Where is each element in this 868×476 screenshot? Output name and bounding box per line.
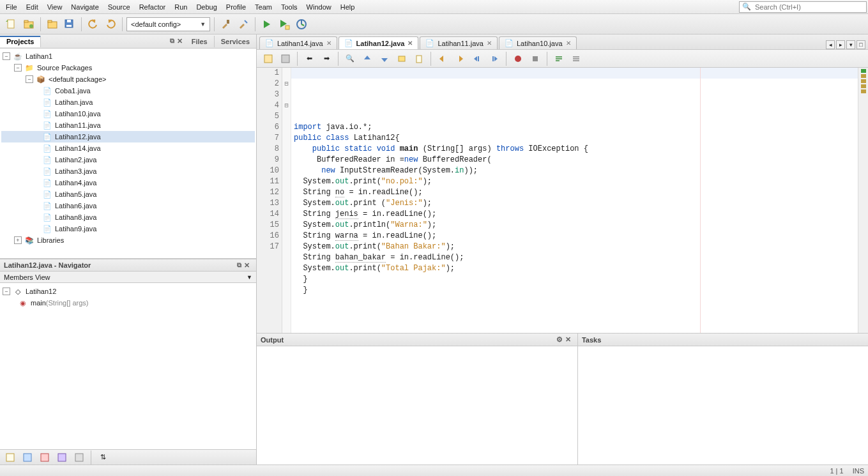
tree-file-item[interactable]: 📄Latihan4.java: [1, 177, 255, 188]
code-editor[interactable]: 1234567891011121314151617 ⊟ ⊟ import jav…: [257, 68, 868, 334]
search-input[interactable]: [754, 3, 864, 12]
tab-files-label: Files: [192, 38, 208, 45]
global-search[interactable]: 🔍: [739, 1, 867, 13]
shift-right-button[interactable]: [487, 51, 502, 66]
tab-services[interactable]: Services: [215, 36, 256, 47]
close-tab-icon[interactable]: ✕: [326, 40, 331, 47]
uncomment-button[interactable]: [568, 51, 584, 66]
new-project-button[interactable]: [21, 17, 36, 32]
back-button[interactable]: ⬅: [301, 51, 317, 66]
editor-scrollbar[interactable]: [858, 68, 868, 333]
filter-1-button[interactable]: [3, 450, 18, 465]
menu-run[interactable]: Run: [170, 2, 192, 12]
menu-file[interactable]: File: [1, 2, 22, 12]
prev-occurrence-button[interactable]: [360, 51, 375, 66]
filter-3-button[interactable]: [37, 450, 52, 465]
macro-stop-button[interactable]: [528, 51, 543, 66]
tree-file-item[interactable]: 📄Latihan5.java: [1, 188, 255, 200]
next-bookmark-button[interactable]: [452, 51, 468, 66]
tree-libraries[interactable]: + 📚 Libraries: [1, 234, 255, 246]
macro-record-button[interactable]: [510, 51, 526, 66]
run-button[interactable]: [259, 17, 275, 32]
sort-button[interactable]: ⇅: [95, 450, 110, 465]
history-button[interactable]: [278, 51, 293, 66]
menu-navigate[interactable]: Navigate: [66, 2, 103, 12]
menu-team[interactable]: Team: [250, 2, 277, 12]
forward-button[interactable]: ➡: [319, 51, 334, 66]
tree-default-package[interactable]: − 📦 <default package>: [1, 73, 255, 85]
tree-file-item[interactable]: 📄Latihan3.java: [1, 165, 255, 177]
project-tree[interactable]: − ☕ Latihan1 − 📁 Source Packages − 📦 <de…: [0, 49, 256, 259]
editor-tab[interactable]: 📄Latihan11.java✕: [420, 36, 498, 49]
filter-5-button[interactable]: [72, 450, 87, 465]
menu-profile[interactable]: Profile: [222, 2, 250, 12]
open-button[interactable]: [45, 17, 60, 32]
menu-tools[interactable]: Tools: [277, 2, 302, 12]
tree-file-item[interactable]: 📄Latihan6.java: [1, 200, 255, 211]
editor-tab[interactable]: 📄Latihan10.java✕: [499, 36, 577, 49]
highlight-button[interactable]: [394, 51, 409, 66]
profile-button[interactable]: [294, 17, 309, 32]
tree-file-item[interactable]: 📄Latihan9.java: [1, 223, 255, 234]
tab-projects[interactable]: Projects: [0, 36, 41, 47]
tree-file-item[interactable]: 📄Latihan11.java: [1, 119, 255, 131]
output-content[interactable]: [257, 346, 577, 464]
tab-list-button[interactable]: ▾: [846, 40, 855, 49]
tree-file-item[interactable]: 📄Latihan12.java: [1, 131, 255, 142]
tree-source-packages[interactable]: − 📁 Source Packages: [1, 62, 255, 73]
shift-left-button[interactable]: [469, 51, 485, 66]
code-content[interactable]: import java.io.*;public class Latihan12{…: [291, 68, 858, 333]
new-file-button[interactable]: [4, 17, 19, 32]
source-button[interactable]: [261, 51, 276, 66]
menu-debug[interactable]: Debug: [192, 2, 221, 12]
tree-file-item[interactable]: 📄Latihan14.java: [1, 142, 255, 154]
menu-view[interactable]: View: [43, 2, 67, 12]
editor-tab[interactable]: 📄Latihan12.java✕: [339, 36, 419, 49]
filter-4-button[interactable]: [54, 450, 70, 465]
toggle-bookmark-button[interactable]: [411, 51, 427, 66]
menu-help[interactable]: Help: [336, 2, 360, 12]
prev-bookmark-button[interactable]: [435, 51, 450, 66]
debug-button[interactable]: [277, 17, 292, 32]
close-panel-icon[interactable]: ✕: [244, 261, 250, 270]
tab-prev-button[interactable]: ◂: [826, 40, 835, 49]
settings-icon[interactable]: ⚙: [556, 335, 563, 344]
collapse-icon[interactable]: ⧉: [237, 261, 241, 270]
close-panel-icon[interactable]: ✕: [177, 37, 183, 45]
tab-files[interactable]: Files: [185, 36, 215, 47]
find-button[interactable]: 🔍: [342, 51, 358, 66]
close-panel-icon[interactable]: ✕: [565, 335, 571, 344]
menu-source[interactable]: Source: [103, 2, 135, 12]
tree-file-item[interactable]: 📄Latihan8.java: [1, 211, 255, 223]
navigator-tree[interactable]: − ◇ Latihan12 ◉ main(String[] args): [0, 283, 256, 449]
nav-class-node[interactable]: − ◇ Latihan12: [3, 286, 254, 297]
collapse-icon[interactable]: ⧉: [170, 37, 174, 45]
tree-file-item[interactable]: 📄Latihan2.java: [1, 154, 255, 165]
tree-project-root[interactable]: − ☕ Latihan1: [1, 50, 255, 62]
menu-window[interactable]: Window: [302, 2, 336, 12]
menu-refactor[interactable]: Refactor: [135, 2, 171, 12]
build-button[interactable]: [218, 17, 234, 32]
clean-build-button[interactable]: [236, 17, 251, 32]
tree-file-item[interactable]: 📄Latihan.java: [1, 96, 255, 108]
close-tab-icon[interactable]: ✕: [566, 40, 571, 47]
close-tab-icon[interactable]: ✕: [407, 40, 413, 47]
redo-button[interactable]: [103, 17, 118, 32]
editor-tab[interactable]: 📄Latihan14.java✕: [259, 36, 337, 49]
tab-next-button[interactable]: ▸: [836, 40, 845, 49]
tasks-content[interactable]: [578, 346, 868, 464]
save-all-button[interactable]: [62, 17, 77, 32]
fold-gutter[interactable]: ⊟ ⊟: [282, 68, 291, 333]
nav-method-node[interactable]: ◉ main(String[] args): [3, 297, 254, 309]
tree-file-item[interactable]: 📄Coba1.java: [1, 85, 255, 96]
maximize-button[interactable]: □: [857, 40, 865, 49]
members-view-combo[interactable]: Members View ▼: [0, 272, 256, 283]
tree-file-item[interactable]: 📄Latihan10.java: [1, 108, 255, 119]
run-config-combo[interactable]: <default config> ▼: [126, 17, 210, 31]
close-tab-icon[interactable]: ✕: [487, 40, 492, 47]
undo-button[interactable]: [86, 17, 101, 32]
comment-button[interactable]: [551, 51, 567, 66]
menu-edit[interactable]: Edit: [22, 2, 43, 12]
next-occurrence-button[interactable]: [377, 51, 392, 66]
filter-2-button[interactable]: [20, 450, 35, 465]
